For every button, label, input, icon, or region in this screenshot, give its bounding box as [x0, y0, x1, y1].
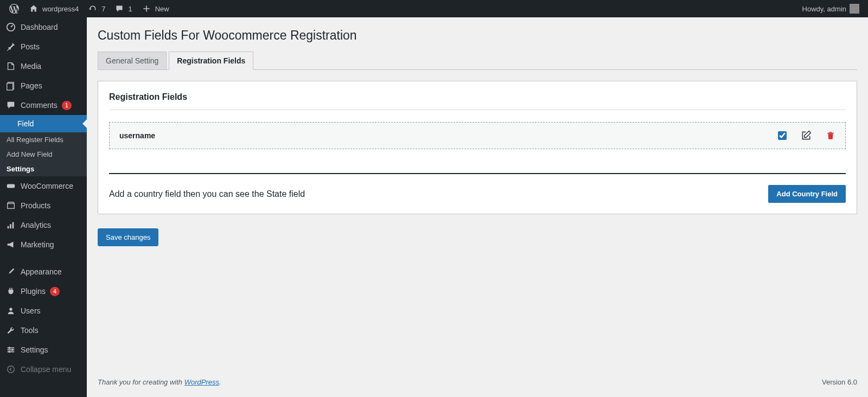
svg-point-12	[9, 347, 11, 349]
home-icon	[28, 3, 39, 14]
sidebar-label: Media	[21, 62, 41, 71]
sidebar-item-tools[interactable]: Tools	[0, 321, 87, 340]
admin-bar: wordpress4 7 1 New Howdy, admin	[0, 0, 868, 17]
sidebar-submenu-field: All Register Fields Add New Field Settin…	[0, 132, 87, 176]
save-row: Save changes	[98, 228, 857, 246]
field-enable-checkbox[interactable]	[778, 131, 787, 140]
sidebar-item-comments[interactable]: Comments 1	[0, 95, 87, 115]
comment-icon	[114, 3, 125, 14]
sub-add-new-field[interactable]: Add New Field	[0, 147, 87, 162]
comments-count: 1	[128, 5, 132, 13]
sidebar-item-media[interactable]: Media	[0, 56, 87, 76]
trash-icon[interactable]	[826, 131, 835, 140]
comments-badge: 1	[62, 101, 72, 110]
sidebar-item-marketing[interactable]: Marketing	[0, 235, 87, 254]
dashboard-icon	[5, 22, 16, 33]
plugin-icon	[5, 286, 16, 297]
media-icon	[5, 61, 16, 72]
sidebar-item-dashboard[interactable]: Dashboard	[0, 17, 87, 37]
wordpress-icon	[9, 3, 20, 14]
admin-bar-right[interactable]: Howdy, admin	[802, 4, 864, 14]
sidebar-label: Plugins	[21, 287, 46, 296]
svg-rect-7	[12, 222, 14, 229]
sidebar-label: Field	[5, 119, 34, 128]
svg-rect-5	[8, 226, 9, 229]
save-button[interactable]: Save changes	[98, 228, 158, 246]
country-row: Add a country field then you can see the…	[109, 173, 846, 203]
sidebar-item-settings[interactable]: Settings	[0, 340, 87, 360]
sidebar-label: Users	[21, 306, 41, 315]
add-country-button[interactable]: Add Country Field	[768, 185, 846, 203]
sidebar-item-analytics[interactable]: Analytics	[0, 215, 87, 235]
sidebar-item-pages[interactable]: Pages	[0, 76, 87, 95]
sidebar-label: Comments	[21, 101, 58, 110]
sidebar-label: Tools	[21, 326, 39, 335]
sidebar-label: Appearance	[21, 267, 62, 276]
wp-logo[interactable]	[4, 0, 24, 17]
page-title: Custom Fields For Woocommerce Registrati…	[98, 28, 857, 43]
analytics-icon	[5, 220, 16, 230]
registration-panel: Registration Fields username Add a count…	[98, 81, 857, 214]
wrench-icon	[5, 325, 16, 336]
page-icon	[5, 80, 16, 91]
sidebar-item-field[interactable]: Field	[0, 115, 87, 132]
sidebar-item-appearance[interactable]: Appearance	[0, 262, 87, 281]
panel-heading: Registration Fields	[109, 92, 846, 110]
pin-icon	[5, 41, 16, 52]
user-icon	[5, 305, 16, 316]
wp-link[interactable]: WordPress	[184, 378, 219, 386]
sidebar-item-products[interactable]: Products	[0, 196, 87, 215]
collapse-icon	[5, 364, 16, 375]
products-icon	[5, 200, 16, 211]
tab-registration[interactable]: Registration Fields	[169, 52, 253, 70]
sidebar-label: Settings	[21, 345, 48, 354]
new-link[interactable]: New	[137, 0, 174, 17]
edit-icon[interactable]	[801, 130, 812, 141]
sub-settings[interactable]: Settings	[0, 162, 87, 176]
sidebar-label: Marketing	[21, 240, 54, 249]
marketing-icon	[5, 239, 16, 250]
sidebar-label: Analytics	[21, 221, 51, 229]
plus-icon	[141, 3, 152, 14]
country-message: Add a country field then you can see the…	[109, 189, 305, 199]
sidebar-label: Dashboard	[21, 23, 58, 31]
sidebar-label: Posts	[21, 42, 40, 51]
comments-link[interactable]: 1	[110, 0, 136, 17]
greeting: Howdy, admin	[802, 5, 846, 13]
new-label: New	[155, 5, 169, 13]
svg-rect-6	[10, 224, 11, 228]
footer-thanks: Thank you for creating with WordPress.	[98, 378, 221, 386]
svg-rect-4	[8, 203, 15, 208]
admin-bar-left: wordpress4 7 1 New	[4, 0, 174, 17]
footer: Thank you for creating with WordPress. V…	[98, 362, 857, 386]
svg-point-15	[8, 366, 15, 373]
sub-all-register-fields[interactable]: All Register Fields	[0, 132, 87, 147]
sidebar-item-woocommerce[interactable]: WooCommerce	[0, 176, 87, 196]
comment-icon	[5, 100, 16, 111]
site-name-link[interactable]: wordpress4	[24, 0, 83, 17]
main-content: Custom Fields For Woocommerce Registrati…	[87, 17, 868, 397]
sidebar-item-users[interactable]: Users	[0, 301, 87, 321]
svg-rect-2	[7, 84, 13, 91]
settings-icon	[5, 344, 16, 355]
tab-general[interactable]: General Setting	[98, 52, 167, 70]
woo-icon	[5, 181, 16, 191]
sidebar-label: Collapse menu	[21, 365, 71, 374]
tab-nav: General Setting Registration Fields	[98, 52, 857, 70]
site-name: wordpress4	[42, 5, 79, 13]
svg-rect-3	[7, 184, 15, 188]
admin-sidebar: Dashboard Posts Media Pages Comments 1 F…	[0, 17, 87, 397]
refresh-icon	[87, 3, 98, 14]
sidebar-item-posts[interactable]: Posts	[0, 37, 87, 56]
field-name: username	[119, 131, 155, 140]
avatar	[850, 4, 859, 14]
sidebar-item-collapse[interactable]: Collapse menu	[0, 360, 87, 379]
svg-point-13	[11, 349, 14, 351]
updates-link[interactable]: 7	[83, 0, 110, 17]
sidebar-item-plugins[interactable]: Plugins 4	[0, 281, 87, 301]
plugins-badge: 4	[50, 287, 60, 296]
footer-version: Version 6.0	[822, 378, 857, 386]
sidebar-label: Pages	[21, 81, 42, 90]
field-row-username[interactable]: username	[109, 122, 846, 149]
svg-point-14	[9, 351, 11, 353]
